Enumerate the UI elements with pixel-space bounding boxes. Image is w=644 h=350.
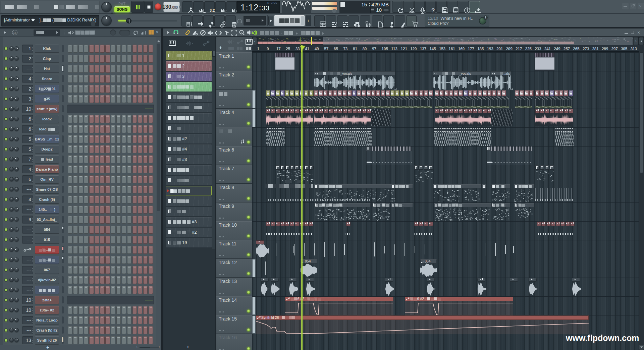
svg-text:?: ? xyxy=(431,7,435,14)
